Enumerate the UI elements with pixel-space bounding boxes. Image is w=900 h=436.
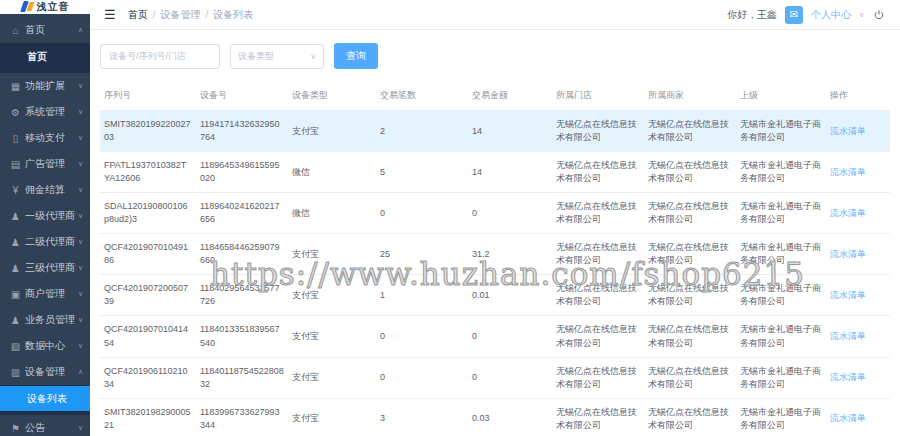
cell-action: 流水清单: [826, 316, 890, 357]
breadcrumb: 首页/设备管理/设备列表: [128, 8, 254, 22]
user-center-link[interactable]: 个人中心: [811, 8, 851, 22]
sidebar-item-notice[interactable]: ⚑公告∨: [0, 415, 90, 436]
sidebar-item-device-management[interactable]: ▥设备管理∧: [0, 359, 90, 385]
chevron-down-icon: ∨: [78, 160, 83, 168]
cell-store: 无锡亿点在线信息技术有限公司: [552, 357, 644, 398]
action-link[interactable]: 流水清单: [830, 290, 866, 300]
table-row: FPATL1937010382TYA1260611896453496155950…: [100, 152, 890, 193]
sidebar-item-label: 系统管理: [25, 105, 76, 119]
cell-device-no: 1184013351839567540: [196, 316, 288, 357]
breadcrumb-item[interactable]: 设备管理: [160, 8, 200, 22]
topbar-right: 你好，王鑫 ✉ 个人中心 ∨: [727, 6, 886, 24]
cell-action: 流水清单: [826, 193, 890, 234]
cell-device-no: 1189640241620217656: [196, 193, 288, 234]
sidebar-item-label: 移动支付: [25, 131, 76, 145]
cell-parent: 无锡市金礼通电子商务有限公司: [736, 316, 826, 357]
chevron-down-icon: ∨: [78, 424, 83, 432]
filter-bar: 设备类型 ∨ 查询: [100, 43, 890, 69]
cell-device-type: 支付宝: [288, 234, 376, 275]
breadcrumb-item[interactable]: 设备列表: [213, 8, 253, 22]
cell-tx-amount: 14: [468, 111, 552, 152]
action-link[interactable]: 流水清单: [830, 331, 866, 341]
action-link[interactable]: 流水清单: [830, 249, 866, 259]
hamburger-icon[interactable]: ☰: [104, 8, 116, 21]
chevron-down-icon: ∨: [78, 316, 83, 324]
cell-merchant: 无锡亿点在线信息技术有限公司: [644, 275, 736, 316]
sidebar-item-agent-level1-management[interactable]: ♟一级代理商管理∨: [0, 203, 90, 229]
cell-tx-count: 2: [376, 111, 468, 152]
action-link[interactable]: 流水清单: [830, 372, 866, 382]
chart-icon: ▧: [9, 341, 22, 352]
sidebar-subitem-device-list[interactable]: 设备列表: [0, 386, 90, 411]
sidebar-item-salesman-management[interactable]: ♟业务员管理∨: [0, 307, 90, 333]
action-link[interactable]: 流水清单: [830, 413, 866, 423]
device-table: 序列号设备号设备类型交易笔数交易金额所属门店所属商家上级操作 SMIT38201…: [100, 81, 890, 436]
sidebar-item-label: 公告: [25, 421, 76, 435]
breadcrumb-item[interactable]: 首页: [128, 8, 148, 22]
breadcrumb-separator: /: [153, 9, 156, 20]
device-type-select[interactable]: 设备类型 ∨: [230, 44, 324, 69]
cell-parent: 无锡市金礼通电子商务有限公司: [736, 234, 826, 275]
cell-tx-count: 0: [376, 357, 468, 398]
cell-parent: 无锡市金礼通电子商务有限公司: [736, 111, 826, 152]
cell-merchant: 无锡亿点在线信息技术有限公司: [644, 398, 736, 436]
submenu-home: 首页: [0, 43, 90, 73]
chevron-up-icon: ∧: [78, 26, 83, 34]
action-link[interactable]: 流水清单: [830, 167, 866, 177]
sidebar-subitem-home-sub[interactable]: 首页: [0, 44, 90, 69]
agent-icon: ♟: [9, 263, 22, 274]
merchant-icon: ▣: [9, 289, 22, 300]
cell-serial: FPATL1937010382TYA12606: [100, 152, 196, 193]
col-serial: 序列号: [100, 81, 196, 111]
sidebar-item-system-management[interactable]: ⚙系统管理∨: [0, 99, 90, 125]
sidebar-item-ad-management[interactable]: ▤广告管理∨: [0, 151, 90, 177]
sidebar-item-label: 广告管理: [25, 157, 76, 171]
sidebar-item-merchant-management[interactable]: ▣商户管理∨: [0, 281, 90, 307]
sidebar-item-agent-level2-management[interactable]: ♟二级代理商管理∨: [0, 229, 90, 255]
sidebar-item-mobile-payment[interactable]: ▯移动支付∨: [0, 125, 90, 151]
cell-action: 流水清单: [826, 398, 890, 436]
cell-action: 流水清单: [826, 152, 890, 193]
col-merchant: 所属商家: [644, 81, 736, 111]
chevron-down-icon: ∨: [310, 52, 316, 61]
cell-device-no: 1184011875452280832: [196, 357, 288, 398]
commission-icon: ¥: [9, 185, 22, 196]
col-device-no: 设备号: [196, 81, 288, 111]
action-link[interactable]: 流水清单: [830, 126, 866, 136]
cell-serial: SDAL120190800106p8ud2)3: [100, 193, 196, 234]
cell-device-no: 1194171432632950764: [196, 111, 288, 152]
mobile-icon: ▯: [9, 133, 22, 144]
cell-store: 无锡亿点在线信息技术有限公司: [552, 316, 644, 357]
cell-tx-amount: 0.03: [468, 398, 552, 436]
table-row: QCF4201907200507391184029564533577726支付宝…: [100, 275, 890, 316]
chevron-down-icon: ∨: [78, 238, 83, 246]
cell-tx-count: 1: [376, 275, 468, 316]
action-link[interactable]: 流水清单: [830, 208, 866, 218]
sidebar-item-home[interactable]: ⌂首页∧: [0, 17, 90, 43]
main-area: ☰ 首页/设备管理/设备列表 你好，王鑫 ✉ 个人中心 ∨ 设备类型 ∨ 查询: [90, 0, 900, 436]
cell-action: 流水清单: [826, 234, 890, 275]
ad-icon: ▤: [9, 159, 22, 170]
cell-serial: SMIT382019922002703: [100, 111, 196, 152]
avatar[interactable]: ✉: [785, 6, 803, 24]
sidebar-item-feature-expand[interactable]: ▦功能扩展∨: [0, 73, 90, 99]
sidebar-item-label: 功能扩展: [25, 79, 76, 93]
sidebar-item-label: 商户管理: [25, 287, 76, 301]
cell-device-type: 微信: [288, 193, 376, 234]
cell-action: 流水清单: [826, 111, 890, 152]
search-button[interactable]: 查询: [334, 43, 378, 69]
table-row: SDAL120190800106p8ud2)311896402416202176…: [100, 193, 890, 234]
cell-tx-amount: 0: [468, 193, 552, 234]
sidebar-item-data-center[interactable]: ▧数据中心∨: [0, 333, 90, 359]
sidebar-item-agent-level3-management[interactable]: ♟三级代理商管理∨: [0, 255, 90, 281]
cell-merchant: 无锡亿点在线信息技术有限公司: [644, 316, 736, 357]
cell-merchant: 无锡亿点在线信息技术有限公司: [644, 193, 736, 234]
sidebar-item-commission-settlement[interactable]: ¥佣金结算∨: [0, 177, 90, 203]
table-row: QCF4201907010491861184658446259079660支付宝…: [100, 234, 890, 275]
cell-tx-amount: 0: [468, 316, 552, 357]
chevron-down-icon: ∨: [78, 134, 83, 142]
sidebar-item-label: 三级代理商管理: [25, 261, 76, 275]
sidebar-item-label: 首页: [25, 23, 76, 37]
logout-button[interactable]: [872, 8, 886, 22]
search-input[interactable]: [100, 44, 220, 69]
